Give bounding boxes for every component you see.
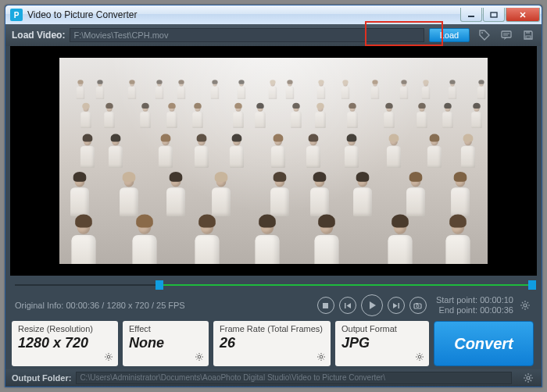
stop-button[interactable] <box>317 297 334 314</box>
effect-panel[interactable]: Effect None <box>123 321 209 366</box>
svg-point-13 <box>107 355 110 358</box>
svg-rect-7 <box>345 303 346 308</box>
convert-button[interactable]: Convert <box>434 321 534 366</box>
close-button[interactable] <box>506 8 540 22</box>
maximize-button[interactable] <box>483 8 505 22</box>
output-folder-label: Output Folder: <box>12 373 71 383</box>
svg-rect-0 <box>468 16 474 17</box>
effect-label: Effect <box>129 324 202 333</box>
next-frame-button[interactable] <box>388 297 405 314</box>
format-gear-icon[interactable] <box>413 351 426 363</box>
resize-value: 1280 x 720 <box>18 335 112 351</box>
load-video-label: Load Video: <box>12 30 65 41</box>
svg-rect-11 <box>416 303 418 305</box>
svg-rect-9 <box>414 304 421 308</box>
resize-panel[interactable]: Resize (Resolution) 1280 x 720 <box>12 321 118 366</box>
playback-controls <box>317 294 427 316</box>
app-window: P Video to Picture Converter Load Video:… <box>5 5 542 387</box>
window-title: Video to Picture Converter <box>27 9 459 20</box>
svg-point-2 <box>481 32 483 34</box>
load-button[interactable]: Load <box>429 28 470 42</box>
framerate-panel[interactable]: Frame Rate (Total Frames) 26 <box>213 321 331 366</box>
comment-icon[interactable] <box>499 28 513 42</box>
svg-rect-1 <box>491 12 497 17</box>
content-area: Load Video: F:\Movies\Test\CPH.mov Load <box>5 24 542 387</box>
start-point-value: 00:00:10 <box>480 295 513 305</box>
selection-start-handle[interactable] <box>156 280 163 290</box>
settings-panels: Resize (Resolution) 1280 x 720 Effect No… <box>12 321 535 366</box>
framerate-value: 26 <box>220 335 324 351</box>
svg-rect-3 <box>502 31 511 37</box>
format-value: JPG <box>341 335 423 351</box>
svg-point-17 <box>527 376 530 380</box>
svg-rect-4 <box>526 31 530 34</box>
range-points: Start point: 00:00:10 End point: 00:00:3… <box>436 295 513 315</box>
toolbar: Load Video: F:\Movies\Test\CPH.mov Load <box>5 24 542 46</box>
tag-icon[interactable] <box>477 28 492 42</box>
svg-rect-6 <box>323 303 328 308</box>
minimize-button[interactable] <box>460 8 482 22</box>
output-folder-gear-icon[interactable] <box>521 371 535 385</box>
titlebar: P Video to Picture Converter <box>5 5 542 24</box>
footer: Output Folder: C:\Users\Administrator\Do… <box>5 369 542 387</box>
effect-value: None <box>129 335 202 351</box>
original-info-text: Original Info: 00:00:36 / 1280 x 720 / 2… <box>15 301 317 310</box>
save-icon[interactable] <box>521 28 535 42</box>
effect-gear-icon[interactable] <box>193 351 206 363</box>
video-frame-content <box>59 58 488 264</box>
selection-end-handle[interactable] <box>528 280 536 290</box>
framerate-gear-icon[interactable] <box>315 351 327 363</box>
app-icon: P <box>10 9 23 21</box>
output-folder-field[interactable]: C:\Users\Administrator\Documents\AoaoPho… <box>76 372 512 384</box>
scrubber[interactable] <box>15 279 532 291</box>
format-label: Output Format <box>341 324 423 333</box>
info-row: Original Info: 00:00:36 / 1280 x 720 / 2… <box>15 293 532 318</box>
end-point-label: End point: <box>439 305 478 315</box>
svg-point-15 <box>320 355 323 358</box>
range-settings-icon[interactable] <box>518 298 532 312</box>
svg-point-14 <box>198 355 201 358</box>
svg-point-12 <box>524 304 527 307</box>
start-point-label: Start point: <box>436 295 477 305</box>
video-preview[interactable] <box>10 46 537 276</box>
svg-point-10 <box>417 305 419 307</box>
resize-gear-icon[interactable] <box>102 351 115 363</box>
format-panel[interactable]: Output Format JPG <box>335 321 429 366</box>
prev-frame-button[interactable] <box>339 297 356 314</box>
video-path-field[interactable]: F:\Movies\Test\CPH.mov <box>70 28 424 42</box>
svg-rect-8 <box>398 303 399 308</box>
resize-label: Resize (Resolution) <box>18 324 112 333</box>
framerate-label: Frame Rate (Total Frames) <box>220 324 324 333</box>
snapshot-button[interactable] <box>409 297 427 314</box>
play-button[interactable] <box>361 294 383 316</box>
svg-point-16 <box>418 355 421 358</box>
scrubber-selection <box>159 284 532 286</box>
svg-rect-5 <box>526 36 531 38</box>
end-point-value: 00:00:36 <box>480 305 513 315</box>
